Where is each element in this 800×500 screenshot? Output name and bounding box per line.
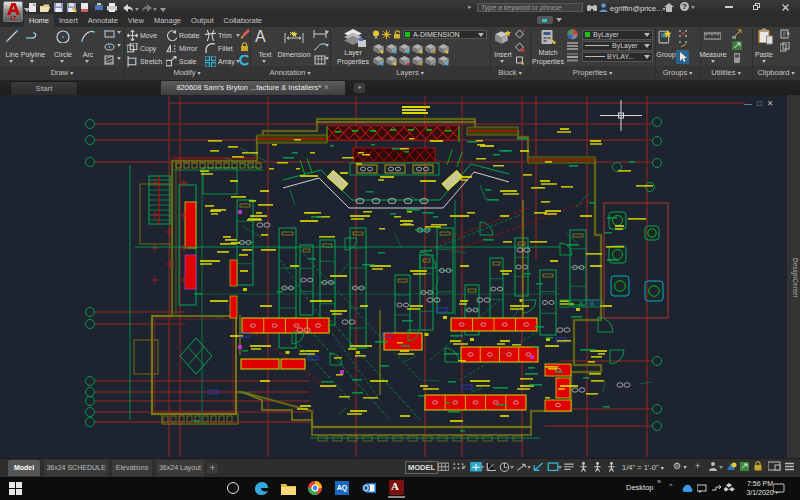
svg-text:LT: LT: [11, 15, 17, 21]
